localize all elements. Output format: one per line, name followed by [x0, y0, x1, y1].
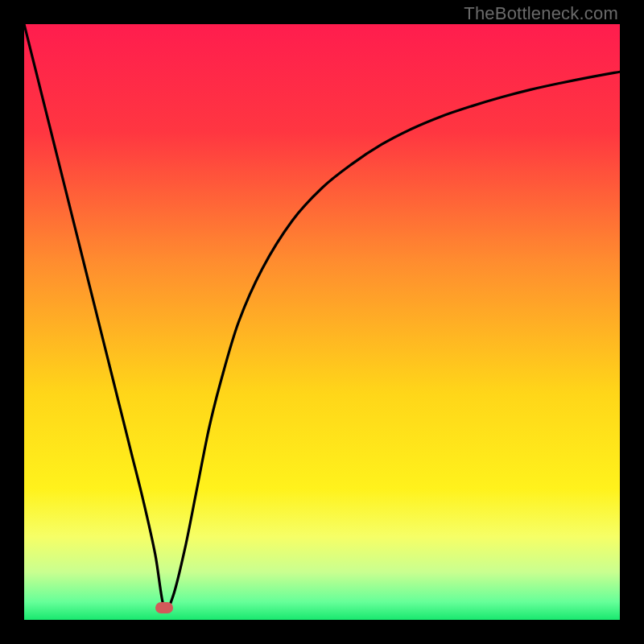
watermark-text: TheBottleneck.com: [464, 3, 618, 24]
plot-area: [24, 24, 620, 620]
chart-frame: TheBottleneck.com: [0, 0, 644, 644]
bottleneck-curve: [24, 24, 620, 620]
optimal-marker: [155, 602, 173, 613]
